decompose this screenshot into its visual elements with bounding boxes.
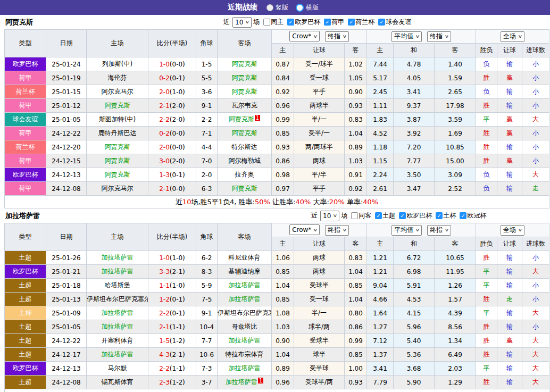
corners-cell: 7-5: [196, 293, 218, 306]
avg-select[interactable]: 平均值∨: [391, 225, 422, 236]
league-checkbox[interactable]: ✓: [378, 19, 385, 26]
col-header-away: 客场: [218, 30, 272, 57]
crow-away-odds-cell: 0.99: [345, 334, 367, 348]
card-badge: 1: [258, 378, 263, 383]
team-name: 加拉塔萨雷: [102, 309, 134, 316]
handicap-result-cell: 输: [497, 265, 522, 279]
avg-draw-odds-cell: 5.91: [394, 279, 435, 293]
league-checkbox[interactable]: ✓: [399, 212, 406, 219]
crow-home-odds-cell: 0.84: [272, 71, 294, 85]
goals-result-cell: 大: [522, 334, 549, 348]
league-checkbox[interactable]: ✓: [436, 212, 443, 219]
league-checkbox[interactable]: ✓: [287, 19, 294, 26]
crow-handicap-cell: 两球半: [294, 99, 345, 113]
league-checkbox[interactable]: ✓: [348, 19, 355, 26]
wdl-result-cell: 胜: [476, 140, 497, 154]
odds-time-select[interactable]: 终指∨: [325, 31, 349, 42]
crow-handicap-cell: 两/两球半: [294, 140, 345, 154]
crow-handicap-cell: 球半/两: [294, 320, 345, 334]
corners-cell: 1-5: [196, 57, 218, 71]
avg-draw-odds-cell: 4.53: [394, 293, 435, 306]
bookmaker-select[interactable]: Crow*∨: [289, 31, 320, 41]
recent-count-select[interactable]: 10 ∨: [320, 211, 339, 221]
league-checkbox[interactable]: ✓: [375, 212, 382, 219]
chevron-down-icon: ∨: [518, 228, 523, 232]
avg-away-odds-cell: 3.59: [435, 113, 476, 127]
avg-select[interactable]: 平均值∨: [391, 31, 422, 42]
score-cell: 2-2(1-1): [148, 362, 196, 376]
layout-option-horizontal[interactable]: 横版: [296, 3, 319, 12]
games-label: 场: [341, 211, 347, 220]
crow-home-odds-cell: 0.89: [272, 362, 294, 376]
goals-result-cell: 小: [522, 251, 549, 265]
half-score: (1-0): [170, 282, 185, 289]
full-score: 2-1: [159, 185, 170, 193]
scope-select[interactable]: 全场∨: [501, 31, 524, 42]
team-title: 加拉塔萨雷: [0, 211, 40, 221]
bookmaker-select[interactable]: Crow*∨: [289, 224, 320, 235]
wdl-result-cell: 胜: [476, 376, 497, 389]
league-label: 荷甲: [331, 18, 344, 27]
radio-selected-icon[interactable]: [296, 4, 304, 12]
result-scope-header: 全场∨: [476, 30, 549, 44]
league-label: 欧冠杯: [467, 211, 486, 220]
league-checkbox[interactable]: ✓: [324, 19, 331, 26]
match-row: 土超25-01-05加拉塔萨雷2-1(1-1)10-4哥兹塔比1.03球半/两0…: [5, 320, 549, 334]
score-cell: 2-1(2-0): [148, 99, 196, 113]
avg-home-odds-cell: 1.83: [367, 113, 394, 127]
same-home-checkbox[interactable]: [263, 19, 270, 26]
avg-draw-odds-cell: 3.68: [394, 362, 435, 376]
corners-cell: 5-9: [196, 279, 218, 293]
full-score: 1-0: [159, 61, 170, 68]
odds-time-select[interactable]: 终指∨: [325, 225, 349, 236]
wdl-result-cell: 负: [476, 182, 497, 196]
chevron-down-icon: ∨: [245, 20, 250, 24]
half-score: (1-2): [170, 337, 185, 345]
result-handicap-col: 让球: [497, 44, 522, 57]
crow-away-odds-cell: 0.85: [345, 348, 367, 362]
avg-draw-odds-cell: 5.90: [394, 376, 435, 389]
match-row: 荷甲24-12-15阿贾克斯3-0(2-0)7-0阿尔梅勒城0.86两球1.03…: [5, 154, 549, 168]
radio-icon[interactable]: [266, 4, 273, 11]
scope-select[interactable]: 全场∨: [501, 225, 524, 236]
half-score: (0-1): [170, 74, 185, 82]
team-name: 哈塔斯堡: [105, 281, 130, 289]
same-away-checkbox[interactable]: [351, 212, 358, 219]
avg-time-select[interactable]: 终指∨: [427, 31, 451, 42]
league-checkbox[interactable]: ✓: [460, 212, 466, 219]
avg-draw-col: 和: [394, 44, 435, 57]
avg-draw-odds-cell: 5.36: [394, 348, 435, 362]
away-team-cell: 阿贾克斯: [218, 85, 272, 99]
away-team-cell: 哥兹塔比: [218, 320, 272, 334]
team-name: 马尔默: [108, 364, 127, 372]
match-row: 欧罗巴杯24-12-13阿贾克斯1-3(0-1)2-0拉齐奥0.98平/半0.9…: [5, 168, 549, 182]
team-name: 加拉塔萨雷: [229, 281, 261, 289]
league-label: 球会友谊: [386, 18, 411, 27]
avg-away-odds-cell: 1.59: [435, 71, 476, 85]
handicap-result-cell: 输: [497, 99, 522, 113]
avg-away-odds-cell: 2.52: [435, 182, 476, 196]
result-scope-header: 全场∨: [476, 223, 549, 237]
avg-time-select[interactable]: 终指∨: [427, 225, 451, 236]
crow-away-odds-cell: 0.86: [345, 320, 367, 334]
league-type-cell: 荷甲: [5, 127, 46, 140]
summary-text: 单率:: [345, 198, 363, 206]
crow-home-odds-cell: 0.86: [272, 154, 294, 168]
recent-count-select[interactable]: 10 ∨: [232, 17, 252, 28]
crow-away-odds-cell: 1.04: [345, 293, 367, 306]
wdl-result-cell: 胜: [476, 99, 497, 113]
team-name: 阿贾克斯: [232, 60, 257, 68]
filter-bar: 近 10 ∨ 场 同客 ✓土超 ✓欧罗巴杯 ✓土杯 ✓欧冠杯: [311, 211, 487, 221]
score-cell: 1-5(1-2): [148, 334, 196, 348]
handicap-result-cell: 走: [497, 293, 522, 306]
crow-handicap-cell: 两球: [294, 265, 345, 279]
goals-result-cell: 走: [522, 182, 549, 196]
odds-source-header: Crow*∨ 终指∨: [272, 30, 367, 44]
full-score: 3-0: [159, 157, 170, 165]
match-row: 荷兰杯25-01-15阿尔克马尔2-0(1-0)3-6阿贾克斯0.92平手0.9…: [5, 85, 549, 99]
summary-value: 20%: [329, 198, 345, 206]
corners-cell: 6-3: [196, 182, 218, 196]
handicap-result-cell: 输: [497, 140, 522, 154]
avg-draw-odds-cell: 3.92: [394, 127, 435, 140]
layout-option-vertical[interactable]: 竖版: [266, 3, 288, 12]
